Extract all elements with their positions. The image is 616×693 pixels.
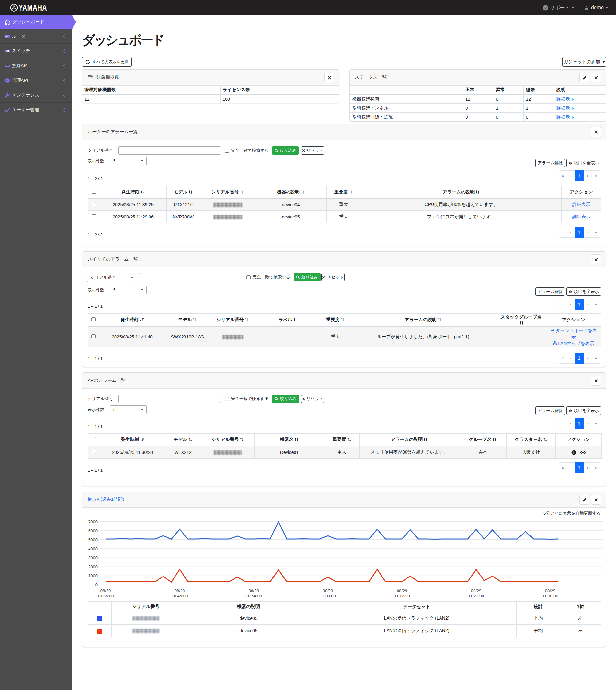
svg-text:5000: 5000 bbox=[88, 537, 98, 542]
svg-text:11:30:00: 11:30:00 bbox=[542, 594, 558, 598]
svg-text:08/29: 08/29 bbox=[471, 589, 481, 593]
svg-text:08/29: 08/29 bbox=[175, 589, 185, 593]
svg-text:08/29: 08/29 bbox=[100, 589, 111, 593]
svg-text:08/29: 08/29 bbox=[249, 589, 259, 593]
svg-text:08/29: 08/29 bbox=[545, 589, 556, 593]
svg-text:0: 0 bbox=[95, 582, 98, 587]
svg-text:10:45:00: 10:45:00 bbox=[172, 594, 188, 598]
svg-text:?: ? bbox=[544, 6, 547, 9]
svg-text:11:03:00: 11:03:00 bbox=[320, 594, 336, 598]
svg-text:6000: 6000 bbox=[88, 529, 98, 533]
svg-text:08/29: 08/29 bbox=[397, 589, 408, 593]
svg-text:11:21:00: 11:21:00 bbox=[468, 594, 484, 598]
svg-text:1000: 1000 bbox=[88, 573, 98, 578]
svg-text:10:54:00: 10:54:00 bbox=[246, 594, 262, 598]
svg-text:10:36:00: 10:36:00 bbox=[98, 594, 114, 598]
svg-text:YAMAHA: YAMAHA bbox=[19, 3, 47, 13]
svg-text:3000: 3000 bbox=[88, 555, 98, 560]
svg-text:11:12:00: 11:12:00 bbox=[394, 594, 410, 598]
svg-text:2000: 2000 bbox=[88, 565, 98, 569]
svg-text:4000: 4000 bbox=[88, 547, 98, 551]
svg-text:7000: 7000 bbox=[88, 519, 98, 524]
svg-text:08/29: 08/29 bbox=[323, 589, 333, 593]
